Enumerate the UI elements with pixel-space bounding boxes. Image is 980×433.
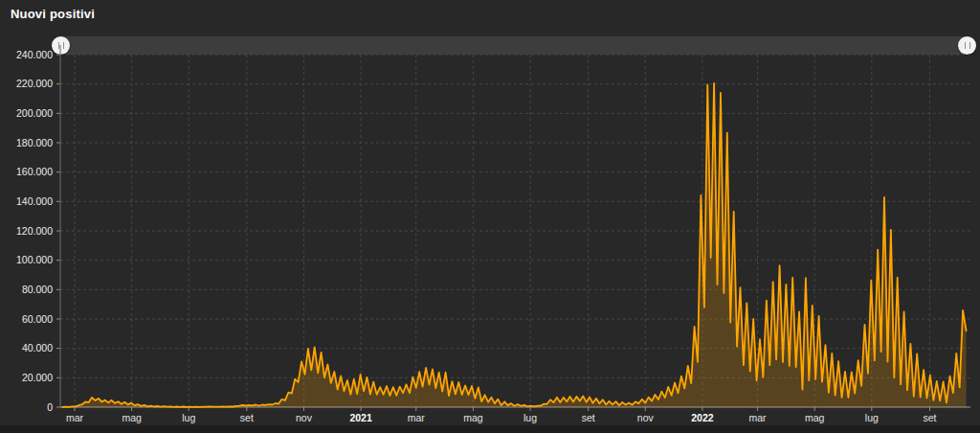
- x-tick-label: 2022: [691, 412, 714, 423]
- x-tick-label: 2021: [349, 412, 372, 423]
- x-tick-label: mag: [805, 412, 825, 423]
- x-tick-label: lug: [523, 412, 537, 423]
- x-tick-label: set: [582, 412, 595, 423]
- x-tick-label: mag: [463, 412, 483, 423]
- x-tick-label: mar: [66, 412, 84, 423]
- x-tick-label: mar: [749, 412, 768, 423]
- x-tick-label: lug: [182, 412, 195, 423]
- x-tick-label: nov: [637, 412, 655, 423]
- area-chart: 020.00040.00060.00080.000100.000120.0001…: [0, 0, 980, 433]
- bottom-strip: [0, 425, 980, 433]
- y-tick-label: 80.000: [22, 284, 53, 295]
- y-tick-label: 200.000: [16, 107, 53, 119]
- x-tick-label: set: [240, 412, 254, 423]
- y-tick-label: 20.000: [22, 372, 53, 383]
- x-tick-label: set: [923, 412, 936, 423]
- y-tick-label: 140.000: [16, 195, 53, 207]
- x-tick-label: nov: [296, 412, 313, 423]
- x-tick-label: mar: [408, 412, 426, 423]
- x-tick-label: mag: [122, 412, 142, 423]
- y-tick-label: 180.000: [16, 137, 53, 148]
- y-tick-label: 40.000: [22, 342, 53, 353]
- y-tick-label: 0: [47, 401, 53, 413]
- y-tick-label: 120.000: [16, 225, 53, 237]
- y-tick-label: 240.000: [16, 49, 53, 60]
- y-tick-label: 220.000: [16, 78, 53, 89]
- x-tick-label: lug: [865, 412, 879, 423]
- y-tick-label: 60.000: [22, 313, 53, 325]
- y-tick-label: 100.000: [16, 254, 53, 265]
- y-tick-label: 160.000: [16, 166, 53, 177]
